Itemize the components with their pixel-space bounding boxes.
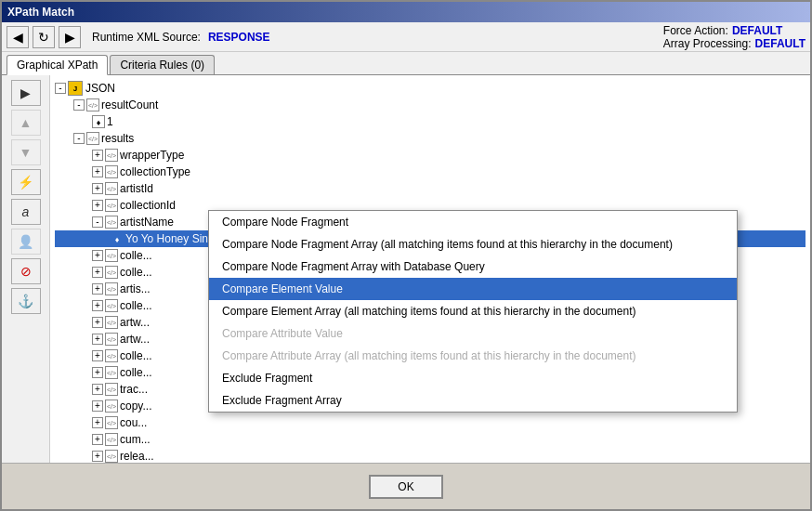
node-label-artw1: artw... xyxy=(120,316,150,329)
tab-criteria-rules[interactable]: Criteria Rules (0) xyxy=(110,55,215,74)
node-label-colle3: colle... xyxy=(120,299,152,312)
xml-icon-artis2: </> xyxy=(105,282,118,295)
menu-item-exclude-fragment-array[interactable]: Exclude Fragment Array xyxy=(209,389,737,412)
tree-node-json[interactable]: - J JSON xyxy=(55,80,805,97)
toggle-artistid[interactable]: + xyxy=(92,183,103,194)
nav-up-icon[interactable]: ▲ xyxy=(11,110,41,136)
toggle-wrappertype[interactable]: + xyxy=(92,150,103,161)
node-label-copy: copy... xyxy=(120,400,151,413)
menu-item-compare-node-fragment-array[interactable]: Compare Node Fragment Array (all matchin… xyxy=(209,233,737,256)
menu-item-compare-attribute-value: Compare Attribute Value xyxy=(209,322,737,345)
toggle-artw2[interactable]: + xyxy=(92,334,103,345)
value-icon-yoyo: ♦ xyxy=(111,232,124,245)
content-area: - J JSON - </> resultCount ♦ 1 xyxy=(50,75,810,463)
node-label-resultcount: resultCount xyxy=(101,98,158,111)
stop-icon[interactable]: ⊘ xyxy=(11,258,41,284)
user-icon[interactable]: 👤 xyxy=(11,229,41,255)
menu-item-compare-attribute-array: Compare Attribute Array (all matching it… xyxy=(209,345,737,367)
xml-icon-wrappertype: </> xyxy=(105,149,118,162)
toggle-artw1[interactable]: + xyxy=(92,317,103,328)
title-bar: XPath Match xyxy=(2,2,810,22)
menu-item-exclude-fragment[interactable]: Exclude Fragment xyxy=(209,367,737,389)
toggle-resultcount[interactable]: - xyxy=(73,99,85,111)
text-a-icon[interactable]: a xyxy=(11,199,41,225)
node-label-colle4: colle... xyxy=(120,349,152,362)
node-label-artistid: artistId xyxy=(120,182,153,195)
xml-icon-collectiontype: </> xyxy=(105,165,118,178)
xml-icon-colle4: </> xyxy=(105,349,118,362)
tab-graphical-xpath[interactable]: Graphical XPath xyxy=(7,55,108,75)
toggle-colle2[interactable]: + xyxy=(92,267,103,278)
xml-icon-artw1: </> xyxy=(105,316,118,329)
xml-icon-artistname: </> xyxy=(105,216,118,229)
ok-button[interactable]: OK xyxy=(369,475,443,499)
toggle-colle3[interactable]: + xyxy=(92,300,103,311)
menu-item-compare-node-fragment-array-db[interactable]: Compare Node Fragment Array with Databas… xyxy=(209,256,737,278)
window-title: XPath Match xyxy=(7,6,74,19)
tree-node-wrappertype[interactable]: + </> wrapperType xyxy=(55,147,805,164)
toggle-collectiontype[interactable]: + xyxy=(92,166,103,177)
toggle-artistname[interactable]: - xyxy=(92,216,103,228)
tree-node-artistid[interactable]: + </> artistId xyxy=(55,180,805,197)
node-label-collectionid: collectionId xyxy=(120,199,176,212)
json-icon: J xyxy=(68,81,83,96)
node-label-yoyo: Yo Yo Honey Singh xyxy=(125,232,220,245)
toggle-results[interactable]: - xyxy=(73,133,85,144)
forward-button[interactable]: ▶ xyxy=(59,26,81,48)
toggle-artis2[interactable]: + xyxy=(92,283,103,295)
xml-icon-relea: </> xyxy=(105,450,118,463)
node-label-cum: cum... xyxy=(120,433,151,446)
menu-item-compare-element-array[interactable]: Compare Element Array (all matching item… xyxy=(209,300,737,322)
toggle-trac[interactable]: + xyxy=(92,384,103,395)
node-label-collectiontype: collectionType xyxy=(120,165,190,178)
refresh-button[interactable]: ↻ xyxy=(33,26,55,48)
toggle-cou[interactable]: + xyxy=(92,417,103,428)
link-icon[interactable]: ⚓ xyxy=(11,288,41,314)
menu-item-compare-element-value[interactable]: Compare Element Value xyxy=(209,278,737,300)
toggle-json[interactable]: - xyxy=(55,83,66,94)
tree-node-cou[interactable]: + </> cou... xyxy=(55,414,805,431)
node-label-colle2: colle... xyxy=(120,266,152,279)
runtime-label: Runtime XML Source: xyxy=(92,31,201,44)
node-label-json: JSON xyxy=(85,82,115,95)
filter-icon[interactable]: ⚡ xyxy=(11,169,41,195)
toggle-cum[interactable]: + xyxy=(92,434,103,445)
toggle-colle4[interactable]: + xyxy=(92,350,103,361)
value-icon-1: ♦ xyxy=(92,115,105,128)
xml-icon-colle2: </> xyxy=(105,266,118,279)
xml-icon-results: </> xyxy=(86,132,99,145)
toggle-colle5[interactable]: + xyxy=(92,367,103,378)
nav-right-icon[interactable]: ▶ xyxy=(11,80,41,106)
footer: OK xyxy=(2,463,810,509)
toolbar: ◀ ↻ ▶ Runtime XML Source: RESPONSE Force… xyxy=(2,22,810,52)
tree-node-collectiontype[interactable]: + </> collectionType xyxy=(55,164,805,180)
xml-icon-copy: </> xyxy=(105,400,118,413)
toggle-colle1[interactable]: + xyxy=(92,250,103,261)
array-processing-value: DEFAULT xyxy=(755,37,805,50)
tree-node-1[interactable]: ♦ 1 xyxy=(55,113,805,130)
xml-icon-colle1: </> xyxy=(105,249,118,262)
node-label-trac: trac... xyxy=(120,383,148,396)
node-label-artistname: artistName xyxy=(120,216,174,229)
toggle-copy[interactable]: + xyxy=(92,400,103,412)
toggle-relea[interactable]: + xyxy=(92,451,103,462)
tree-node-relea[interactable]: + </> relea... xyxy=(55,448,805,463)
main-area: ▶ ▲ ▼ ⚡ a 👤 ⊘ ⚓ - J JSON xyxy=(2,75,810,463)
tree-node-cum[interactable]: + </> cum... xyxy=(55,431,805,448)
nav-down-icon[interactable]: ▼ xyxy=(11,139,41,165)
node-label-wrappertype: wrapperType xyxy=(120,149,184,162)
menu-item-compare-node-fragment[interactable]: Compare Node Fragment xyxy=(209,211,737,233)
tab-bar: Graphical XPath Criteria Rules (0) xyxy=(2,52,810,75)
toggle-collectionid[interactable]: + xyxy=(92,200,103,211)
xpath-match-window: XPath Match ◀ ↻ ▶ Runtime XML Source: RE… xyxy=(0,0,812,511)
tree-node-results[interactable]: - </> results xyxy=(55,130,805,147)
xml-icon-cum: </> xyxy=(105,433,118,446)
node-label-colle1: colle... xyxy=(120,249,152,262)
xml-icon-colle3: </> xyxy=(105,299,118,312)
xml-icon-colle5: </> xyxy=(105,366,118,379)
back-button[interactable]: ◀ xyxy=(7,26,29,48)
node-label-colle5: colle... xyxy=(120,366,152,379)
array-processing-label: Array Processing: xyxy=(663,37,752,50)
tree-node-resultcount[interactable]: - </> resultCount xyxy=(55,97,805,113)
node-label-1: 1 xyxy=(107,115,113,128)
